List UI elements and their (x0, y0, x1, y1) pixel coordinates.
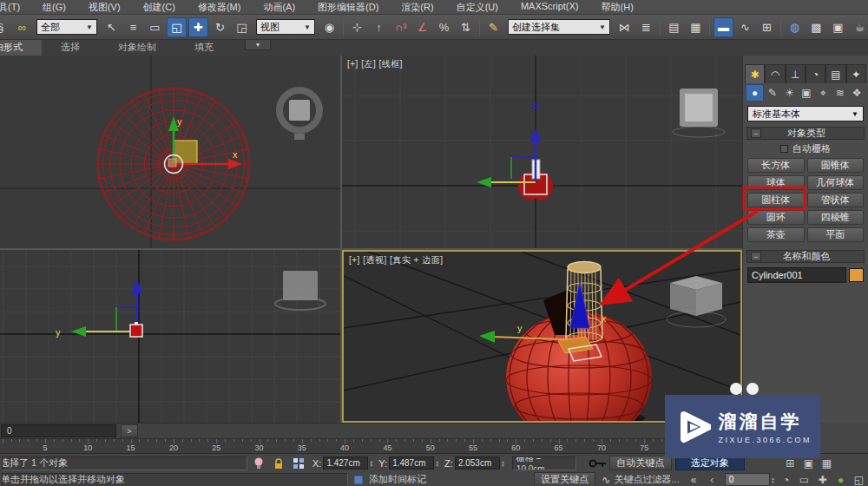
x-spinner[interactable]: ▲▼ (369, 460, 373, 467)
modify-tab[interactable]: ◠ (765, 64, 785, 83)
zoom-icon[interactable]: ◔ (777, 472, 795, 486)
edit-named-selection-icon[interactable]: ✎ (483, 17, 503, 37)
maximize-viewport-toggle-icon[interactable]: ◱ (850, 472, 868, 486)
add-time-tag-label[interactable]: 添加时间标记 (369, 473, 426, 486)
display-tab[interactable]: ▤ (825, 64, 845, 83)
isolate-selection-icon[interactable] (250, 456, 267, 470)
render-setup-icon[interactable]: ▩ (806, 17, 826, 37)
spinner-snap-icon[interactable]: ⇅ (456, 17, 476, 37)
object-button-3[interactable]: 几何球体 (807, 175, 865, 190)
keyboard-shortcut-override-icon[interactable]: ↑ (369, 17, 389, 37)
menu-item-8[interactable]: 自定义(U) (445, 0, 510, 15)
angle-snap-icon[interactable]: ∠ (412, 17, 432, 37)
window-crossing-icon[interactable]: ◱ (167, 17, 187, 37)
next-frame-button[interactable]: > (121, 424, 138, 437)
pan-icon[interactable]: ✚ (813, 472, 832, 486)
material-editor-icon[interactable]: ◍ (785, 17, 805, 37)
object-button-6[interactable]: 圆环 (747, 210, 805, 225)
key-filters-button[interactable]: 关键点过滤器... (615, 473, 680, 486)
z-coordinate-field[interactable]: 2.053cm (455, 456, 500, 470)
menu-item-9[interactable]: MAXScript(X) (510, 0, 590, 15)
y-spinner[interactable]: ▲▼ (435, 460, 439, 467)
selection-lock-icon[interactable] (270, 456, 287, 470)
object-button-7[interactable]: 四棱锥 (807, 210, 865, 225)
select-and-rotate-icon[interactable]: ↻ (210, 17, 230, 37)
ribbon-tab-对象绘制[interactable]: 对象绘制 (99, 40, 175, 56)
selection-filter-dropdown[interactable]: 全部▼ (36, 19, 97, 35)
object-color-swatch[interactable] (849, 268, 864, 282)
scene-explorer-icon[interactable]: ▦ (686, 17, 706, 37)
viewport-front[interactable]: y (0, 250, 340, 423)
object-button-cylinder-highlighted[interactable]: 圆柱体 (747, 193, 805, 207)
autogrid-checkbox[interactable] (780, 145, 788, 153)
utilities-tab[interactable]: ✦ (846, 64, 866, 83)
ribbon-tab-自由形式[interactable]: 自由形式 (0, 40, 42, 56)
render-production-icon[interactable]: ☕ (850, 17, 868, 37)
primitive-category-dropdown[interactable]: 标准基本体 ▼ (747, 106, 864, 122)
menu-item-6[interactable]: 图形编辑器(D) (306, 0, 390, 15)
graphite-ribbon-toggle-icon[interactable]: ▬ (713, 17, 733, 37)
helpers-subtab[interactable]: ⌖ (815, 84, 832, 102)
set-key-button[interactable]: 设置关键点 (534, 472, 595, 486)
select-and-scale-icon[interactable]: ◲ (232, 17, 252, 37)
object-button-2[interactable]: 球体 (747, 175, 805, 190)
menu-item-5[interactable]: 动画(A) (252, 0, 306, 15)
align-icon[interactable]: ≣ (636, 17, 656, 37)
object-button-5[interactable]: 管状体 (807, 193, 865, 207)
rectangular-selection-region-icon[interactable]: ▭ (145, 17, 165, 37)
hierarchy-tab[interactable]: ⊥ (786, 64, 806, 83)
viewport-top[interactable]: y x (0, 56, 340, 248)
named-selection-dropdown[interactable]: 创建选择集▼ (508, 19, 610, 35)
geometry-subtab[interactable]: ● (746, 84, 764, 102)
reference-coordinate-dropdown[interactable]: 视图▼ (256, 19, 315, 35)
viewport-left[interactable]: [+] [左] [线框] (342, 56, 742, 248)
ribbon-tab-选择[interactable]: 选择 (42, 40, 99, 56)
snap-toggle-icon[interactable]: ∩³ (391, 17, 411, 37)
go-to-start-icon[interactable]: « (685, 472, 703, 486)
ribbon-minimize-button[interactable]: ▾ (245, 40, 271, 50)
object-button-0[interactable]: 长方体 (747, 158, 805, 173)
ribbon-tab-填充[interactable]: 填充 (175, 40, 233, 56)
menu-item-3[interactable]: 创建(C) (132, 0, 187, 15)
menu-item-4[interactable]: 修改器(M) (187, 0, 253, 15)
select-and-link-icon[interactable]: § (0, 17, 10, 37)
use-pivot-center-icon[interactable]: ◉ (319, 17, 339, 37)
select-and-manipulate-icon[interactable]: ⊹ (347, 17, 367, 37)
rendered-frame-window-icon[interactable]: ▣ (828, 17, 848, 37)
spacewarps-subtab[interactable]: ≋ (832, 84, 848, 102)
curve-editor-icon[interactable]: ∿ (735, 17, 755, 37)
frame-spinner[interactable]: ▲▼ (771, 476, 775, 483)
auto-key-button[interactable]: 自动关键点 (609, 456, 672, 470)
menu-item-0[interactable]: 工具(T) (0, 0, 31, 15)
object-type-rollout[interactable]: − 对象类型 (746, 127, 865, 140)
object-button-9[interactable]: 平面 (807, 227, 865, 242)
object-name-input[interactable]: Cylinder001 (747, 267, 846, 283)
previous-frame-icon[interactable]: ‹ (703, 472, 721, 486)
cameras-subtab[interactable]: ▣ (798, 84, 814, 102)
menu-item-1[interactable]: 组(G) (31, 0, 77, 15)
menu-item-7[interactable]: 渲染(R) (390, 0, 444, 15)
shapes-subtab[interactable]: ✎ (764, 84, 780, 102)
select-by-name-icon[interactable]: ≡ (123, 17, 143, 37)
menu-item-10[interactable]: 帮助(H) (590, 0, 645, 15)
schematic-view-icon[interactable]: ⊞ (757, 17, 777, 37)
percent-snap-icon[interactable]: % (434, 17, 454, 37)
layer-manager-icon[interactable]: ▤ (664, 17, 684, 37)
select-and-move-icon[interactable]: ✚ (188, 17, 208, 37)
select-object-icon[interactable]: ↖ (102, 17, 122, 37)
systems-subtab[interactable]: ❖ (849, 84, 865, 102)
x-coordinate-field[interactable]: 1.427cm (323, 456, 368, 470)
menu-item-2[interactable]: 视图(V) (77, 0, 132, 15)
z-spinner[interactable]: ▲▼ (501, 460, 505, 467)
create-tab[interactable]: ✱ (745, 64, 765, 83)
y-coordinate-field[interactable]: 1.487cm (389, 456, 434, 470)
lights-subtab[interactable]: ☀ (781, 84, 798, 102)
add-time-tag-icon[interactable] (351, 472, 366, 486)
orbit-icon[interactable]: ● (832, 472, 850, 486)
time-slider-handle[interactable]: 0 (1, 424, 116, 437)
motion-tab[interactable]: ◔ (806, 64, 825, 83)
mirror-icon[interactable]: ⋈ (615, 17, 635, 37)
viewport-label[interactable]: [+] [左] [线框] (347, 58, 403, 70)
absolute-offset-mode-icon[interactable] (290, 456, 307, 470)
zoom-region-icon[interactable]: ▭ (795, 472, 813, 486)
